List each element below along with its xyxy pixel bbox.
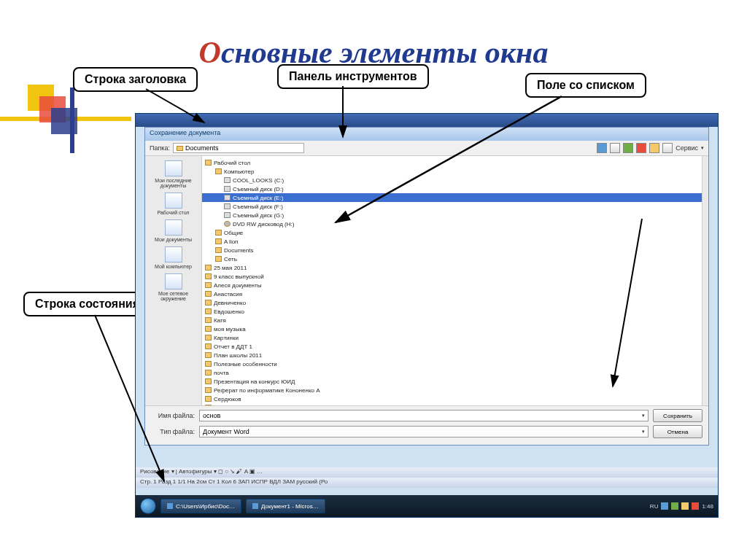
tree-row[interactable]: Съемный диск (D:) xyxy=(202,184,702,193)
tree-row[interactable]: моя музыка xyxy=(202,324,702,333)
search-icon[interactable] xyxy=(623,143,633,153)
tree-row[interactable]: Полезные особенности xyxy=(202,359,702,368)
tree-row[interactable]: Девниченко xyxy=(202,298,702,307)
tray-icon[interactable] xyxy=(692,502,699,510)
tree-row[interactable]: Съемный диск (E:) xyxy=(202,193,702,202)
callout-status: Строка состояния xyxy=(23,292,151,316)
tree-row[interactable]: Documents xyxy=(202,246,702,254)
tree-row[interactable]: COOL_LOOKS (C:) xyxy=(202,176,702,184)
filetype-label: Тип файла: xyxy=(151,428,195,435)
tree-row[interactable]: Евдошенко xyxy=(202,307,702,316)
tree-row[interactable]: Съемный диск (F:) xyxy=(202,202,702,211)
tree-row[interactable]: Реферат по информатике Кононенко А xyxy=(202,386,702,394)
word-status-bar: Стр. 1 Разд 1 1/1 На 2см Ст 1 Кол 6 ЗАП … xyxy=(136,478,718,488)
tree-row[interactable]: Отчет в ДДТ 1 xyxy=(202,342,702,351)
callout-combo: Поле со списком xyxy=(525,73,646,98)
places-item[interactable]: Мои документы xyxy=(147,218,200,244)
tree-row[interactable]: Алеся документы xyxy=(202,281,702,289)
folder-icon xyxy=(177,146,183,151)
callout-title-bar: Строка заголовка xyxy=(73,67,198,92)
tree-row[interactable]: Презентация на конкурс ЮИД xyxy=(202,377,702,386)
views-icon[interactable] xyxy=(662,143,673,153)
tray-icon[interactable] xyxy=(661,502,668,510)
tree-row[interactable]: DVD RW дисковод (H:) xyxy=(202,219,702,228)
start-button[interactable] xyxy=(140,498,156,514)
tree-row[interactable]: Сеть xyxy=(202,254,702,263)
tree-row[interactable]: почта xyxy=(202,368,702,377)
path-label: Папка: xyxy=(150,144,170,152)
taskbar-item[interactable]: C:\Users\Ирбис\Doc… xyxy=(160,499,241,513)
save-button[interactable]: Сохранить xyxy=(653,409,703,422)
tree-row[interactable]: 9 класс выпускной xyxy=(202,272,702,281)
filename-input[interactable]: основ▾ xyxy=(199,410,649,421)
screenshot-word-window: Сохранение документа Папка: Documents Се… xyxy=(135,113,719,518)
clock: 1:48 xyxy=(702,503,713,510)
new-folder-icon[interactable] xyxy=(649,143,659,153)
tree-row[interactable]: Рабочий стол xyxy=(202,158,702,167)
tree-row[interactable]: 25 мая 2011 xyxy=(202,263,702,272)
save-dialog: Сохранение документа Папка: Documents Се… xyxy=(144,127,709,446)
tree-row[interactable]: Катя xyxy=(202,316,702,324)
tree-row[interactable]: Анастасия xyxy=(202,289,702,298)
system-tray: RU 1:48 xyxy=(650,502,713,510)
path-combo[interactable]: Documents xyxy=(173,143,304,153)
nav-up-icon[interactable] xyxy=(610,143,620,153)
tray-icon[interactable] xyxy=(681,502,689,510)
tree-row[interactable]: Сердюков xyxy=(202,394,702,403)
tree-row[interactable]: Общие xyxy=(202,228,702,237)
callout-toolbar: Панель инструментов xyxy=(277,64,429,89)
places-bar: Мои последние документыРабочий столМои д… xyxy=(145,156,202,419)
tree-row[interactable]: Картинки xyxy=(202,333,702,342)
service-label[interactable]: Сервис xyxy=(676,144,698,152)
tree-row[interactable]: Компьютер xyxy=(202,167,702,176)
taskbar-item[interactable]: Документ1 - Micros… xyxy=(246,499,325,513)
deco-bar-vertical xyxy=(70,88,74,153)
windows-taskbar: C:\Users\Ирбис\Doc…Документ1 - Micros… R… xyxy=(136,495,718,517)
cancel-button[interactable]: Отмена xyxy=(653,425,703,438)
language-indicator[interactable]: RU xyxy=(650,503,659,510)
places-item[interactable]: Мои последние документы xyxy=(147,159,200,190)
places-item[interactable]: Мое сетевое окружение xyxy=(147,272,200,303)
word-title-bar xyxy=(136,114,718,127)
tray-icon[interactable] xyxy=(671,502,678,510)
delete-icon[interactable] xyxy=(636,143,646,153)
tree-row[interactable]: План школы 2011 xyxy=(202,351,702,359)
places-item[interactable]: Рабочий стол xyxy=(147,191,200,217)
dialog-title: Сохранение документа xyxy=(145,128,708,141)
places-item[interactable]: Мой компьютер xyxy=(147,245,200,271)
dialog-toolbar: Папка: Documents Сервис▾ xyxy=(145,141,708,156)
nav-back-icon[interactable] xyxy=(597,143,607,153)
filename-label: Имя файла: xyxy=(151,412,195,419)
word-drawing-toolbar: Рисование ▾ | Автофигуры ▾ ◻ ○ ↘ 🖌 A ▣ … xyxy=(136,467,718,478)
tree-row[interactable]: Съемный диск (G:) xyxy=(202,211,702,219)
folder-tree[interactable]: Рабочий столКомпьютерCOOL_LOOKS (C:)Съем… xyxy=(202,156,703,419)
filetype-combo[interactable]: Документ Word▾ xyxy=(199,426,649,438)
tree-row[interactable]: A lion xyxy=(202,237,702,246)
